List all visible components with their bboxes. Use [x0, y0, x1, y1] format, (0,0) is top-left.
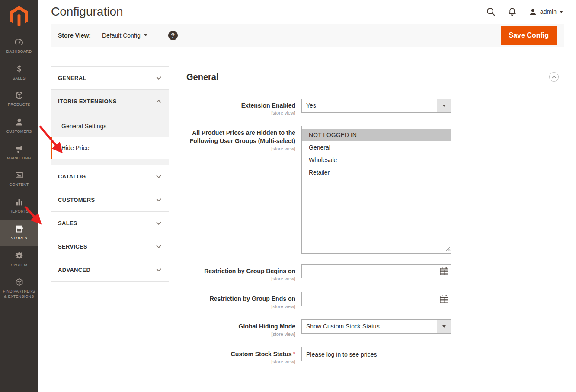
field-extension-enabled: Extension Enabled [store view] Yes [178, 99, 564, 116]
multiselect-option-wholesale[interactable]: Wholesale [302, 154, 451, 166]
field-label: Restriction by Group Begins on [store vi… [178, 264, 301, 281]
config-nav-item-hide-price[interactable]: Hide Price [51, 137, 169, 159]
store-view-label: Store View: [58, 32, 91, 39]
extension-enabled-select[interactable]: Yes [301, 99, 451, 113]
scope-note: [store view] [178, 110, 295, 115]
chevron-down-icon [442, 105, 446, 107]
field-global-hiding-mode: Global Hiding Mode [store view] Show Cus… [178, 319, 564, 337]
scope-note: [store view] [178, 331, 295, 337]
config-nav-section-customers: CUSTOMERS [51, 188, 169, 212]
sidebar-item-sales[interactable]: SALES [0, 60, 38, 86]
calendar-icon[interactable] [440, 295, 448, 303]
resize-handle[interactable] [446, 245, 451, 253]
field-custom-stock-status: Custom Stock Status* [store view] [178, 347, 564, 364]
config-nav-section-services-header[interactable]: SERVICES [51, 235, 169, 258]
config-nav-section-general-header[interactable]: GENERAL [51, 67, 169, 89]
sidebar-item-content[interactable]: CONTENT [0, 166, 38, 193]
admin-sidebar: DASHBOARD SALES PRODUCTS CUSTOMERS [0, 0, 38, 392]
section-label: SALES [58, 220, 77, 226]
chevron-down-icon [156, 175, 161, 178]
admin-account-menu[interactable]: admin [529, 8, 563, 16]
sidebar-item-reports[interactable]: REPORTS [0, 193, 38, 220]
custom-stock-status-input[interactable] [301, 347, 451, 361]
sidebar-menu: DASHBOARD SALES PRODUCTS CUSTOMERS [0, 33, 38, 305]
scope-note: [store view] [178, 359, 295, 364]
section-label: ADVANCED [58, 267, 90, 273]
field-label: All Product Prices are Hidden to the Fol… [178, 126, 301, 254]
select-dropdown-button[interactable] [437, 99, 451, 112]
scope-note: [store view] [178, 146, 295, 151]
store-view-switcher[interactable]: Default Config [102, 32, 147, 39]
content-icon [15, 171, 24, 180]
section-label: ITORIS EXTENSIONS [58, 98, 117, 105]
restriction-ends-input[interactable] [301, 292, 451, 306]
select-value: Show Custom Stock Status [302, 320, 437, 333]
section-label: GENERAL [58, 75, 86, 81]
field-label: Extension Enabled [store view] [178, 99, 301, 116]
sidebar-item-label: STORES [11, 236, 27, 241]
sidebar-item-products[interactable]: PRODUCTS [0, 86, 38, 113]
magento-admin-app: DASHBOARD SALES PRODUCTS CUSTOMERS [0, 0, 576, 392]
sidebar-item-marketing[interactable]: MARKETING [0, 140, 38, 166]
config-nav-section-customers-header[interactable]: CUSTOMERS [51, 188, 169, 211]
restriction-begins-input[interactable] [301, 264, 451, 278]
sidebar-item-label: PRODUCTS [8, 102, 30, 108]
marketing-icon [15, 144, 24, 153]
config-nav-section-services: SERVICES [51, 235, 169, 258]
config-nav-section-itoris-header[interactable]: ITORIS EXTENSIONS [51, 90, 169, 113]
field-restriction-begins: Restriction by Group Begins on [store vi… [178, 264, 564, 281]
admin-user-icon [529, 8, 537, 16]
sidebar-item-label: CONTENT [10, 182, 29, 188]
field-control [301, 264, 451, 281]
field-label: Custom Stock Status* [store view] [178, 347, 301, 364]
chevron-down-icon [560, 11, 563, 13]
config-nav-item-general-settings[interactable]: General Settings [51, 115, 169, 137]
multiselect-option-retailer[interactable]: Retailer [302, 166, 451, 179]
save-config-button[interactable]: Save Config [501, 26, 557, 45]
help-icon[interactable]: ? [168, 31, 178, 40]
sidebar-item-find-partners[interactable]: FIND PARTNERS & EXTENSIONS [0, 273, 38, 304]
sidebar-item-stores[interactable]: STORES [0, 220, 38, 246]
calendar-icon[interactable] [440, 267, 448, 275]
config-body: GENERAL ITORIS EXTENSIONS General Settin… [51, 66, 564, 375]
chevron-down-icon [144, 34, 147, 36]
section-label: CATALOG [58, 173, 86, 180]
sidebar-item-label: FIND PARTNERS & EXTENSIONS [1, 289, 37, 299]
magento-logo-icon [10, 6, 28, 27]
admin-username: admin [540, 8, 557, 15]
sidebar-item-dashboard[interactable]: DASHBOARD [0, 33, 38, 60]
scope-note: [store view] [178, 304, 295, 309]
user-groups-multiselect[interactable]: NOT LOGGED IN General Wholesale Retailer [301, 126, 451, 254]
sidebar-item-label: SYSTEM [11, 263, 27, 268]
config-nav-section-general: GENERAL [51, 67, 169, 90]
search-icon[interactable] [486, 7, 496, 16]
config-nav-children: General Settings Hide Price [51, 113, 169, 165]
sidebar-item-label: CUSTOMERS [6, 129, 32, 134]
select-dropdown-button[interactable] [437, 320, 451, 333]
collapse-section-button[interactable] [549, 72, 559, 82]
sidebar-item-customers[interactable]: CUSTOMERS [0, 113, 38, 140]
multiselect-option-general[interactable]: General [302, 141, 451, 154]
select-value: Yes [302, 99, 437, 112]
chevron-up-icon [552, 76, 557, 79]
sidebar-item-label: DASHBOARD [6, 49, 32, 54]
magento-logo[interactable] [0, 0, 38, 33]
section-label: SERVICES [58, 243, 87, 250]
config-nav-section-sales-header[interactable]: SALES [51, 212, 169, 235]
sidebar-item-label: MARKETING [7, 156, 31, 161]
sidebar-item-system[interactable]: SYSTEM [0, 246, 38, 273]
config-nav-section-advanced: ADVANCED [51, 258, 169, 282]
system-icon [15, 251, 24, 260]
chevron-down-icon [156, 76, 161, 80]
customers-icon [15, 118, 24, 127]
config-nav-section-itoris-extensions: ITORIS EXTENSIONS General Settings Hide … [51, 90, 169, 165]
field-label: Global Hiding Mode [store view] [178, 319, 301, 337]
config-nav-section-catalog-header[interactable]: CATALOG [51, 165, 169, 188]
multiselect-option-not-logged-in[interactable]: NOT LOGGED IN [302, 129, 451, 141]
chevron-down-icon [156, 198, 161, 201]
chevron-down-icon [156, 245, 161, 248]
form-section-title: General [186, 72, 218, 82]
notifications-icon[interactable] [508, 7, 517, 16]
config-nav-section-advanced-header[interactable]: ADVANCED [51, 258, 169, 281]
global-hiding-mode-select[interactable]: Show Custom Stock Status [301, 319, 451, 334]
